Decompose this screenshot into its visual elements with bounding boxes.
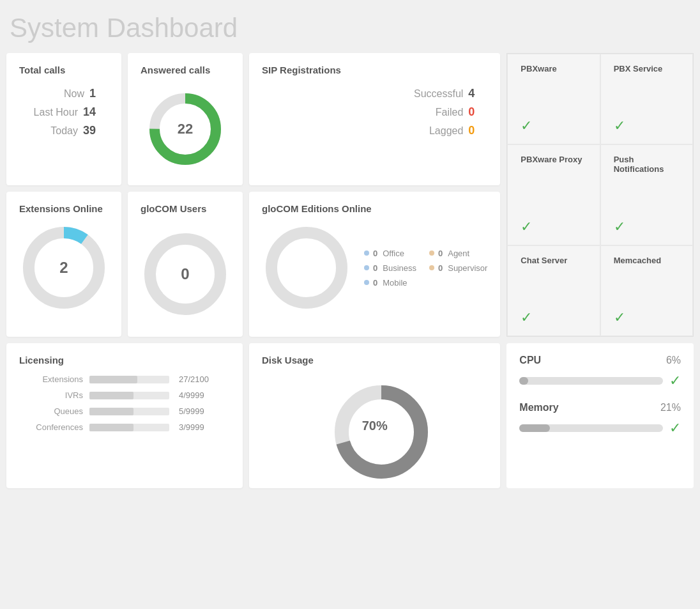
lic-conferences-bar — [89, 424, 169, 431]
glocom-editions-title: gloCOM Editions Online — [262, 203, 487, 214]
memory-header: Memory 21% — [519, 402, 681, 413]
glocom-users-chart: 0 — [141, 229, 230, 319]
lic-extensions-fill — [89, 376, 137, 383]
disk-donut: 70% — [330, 381, 420, 470]
sip-failed-label: Failed — [436, 107, 464, 118]
calls-lasthour-label: Last Hour — [34, 107, 78, 118]
edition-business-dot — [364, 265, 369, 270]
extensions-online-value: 2 — [59, 259, 68, 277]
lic-extensions-value: 27/2100 — [179, 374, 230, 384]
total-calls-card: Total calls Now 1 Last Hour 14 Today 39 — [6, 53, 121, 185]
calls-now-value: 1 — [89, 87, 96, 100]
calls-list: Now 1 Last Hour 14 Today 39 — [19, 84, 109, 140]
disk-usage-title: Disk Usage — [262, 355, 314, 366]
status-pbxware: PBXware ✓ — [507, 54, 600, 144]
edition-mobile-count: 0 — [373, 278, 377, 288]
disk-usage-chart: 70% — [330, 381, 420, 470]
status-memcached-label: Memcached — [614, 256, 661, 265]
sip-successful-row: Successful 4 — [262, 84, 487, 103]
memory-bar — [519, 424, 663, 432]
lic-ivrs-label: IVRs — [19, 390, 83, 400]
cpu-header: CPU 6% — [519, 355, 681, 366]
lic-extensions-row: Extensions 27/2100 — [19, 374, 230, 384]
extensions-online-title: Extensions Online — [19, 203, 109, 214]
edition-supervisor-dot — [429, 265, 434, 270]
licensing-table: Extensions 27/2100 IVRs 4/9999 Queues — [19, 374, 230, 432]
cpu-section: CPU 6% ✓ — [519, 355, 681, 389]
lic-queues-label: Queues — [19, 406, 83, 416]
edition-supervisor-label: Supervisor — [448, 263, 487, 273]
licensing-title: Licensing — [19, 355, 230, 366]
cpu-title: CPU — [519, 355, 541, 366]
status-pbx-service-label: PBX Service — [614, 64, 663, 73]
sip-list: Successful 4 Failed 0 Lagged 0 — [262, 84, 487, 140]
memory-check-icon: ✓ — [669, 420, 681, 436]
edition-mobile-label: Mobile — [383, 278, 407, 288]
extensions-online-card: Extensions Online 2 — [6, 192, 121, 337]
lic-ivrs-value: 4/9999 — [179, 390, 230, 400]
answered-calls-chart: 22 — [147, 91, 224, 167]
status-push-notifications-check: ✓ — [614, 219, 625, 235]
memory-section: Memory 21% ✓ — [519, 402, 681, 436]
status-pbxware-proxy: PBXware Proxy ✓ — [507, 144, 600, 245]
edition-agent-count: 0 — [438, 249, 443, 258]
status-pbx-service-check: ✓ — [614, 118, 625, 134]
status-grid: PBXware ✓ PBX Service ✓ PBXware Proxy ✓ … — [506, 53, 694, 337]
cpu-bar-fill — [519, 377, 528, 385]
sip-successful-value: 4 — [468, 87, 475, 100]
glocom-editions-card: gloCOM Editions Online 0 Office — [249, 192, 500, 337]
memory-bar-wrapper: ✓ — [519, 420, 681, 436]
status-chat-server-check: ✓ — [521, 309, 532, 326]
calls-now-label: Now — [64, 88, 84, 100]
page-title: System Dashboard — [10, 13, 694, 43]
glocom-users-donut: 0 — [141, 229, 230, 319]
answered-calls-title: Answered calls — [141, 65, 210, 75]
status-memcached-check: ✓ — [614, 309, 625, 326]
lic-extensions-bar — [89, 376, 169, 383]
sip-registrations-card: SIP Registrations Successful 4 Failed 0 … — [249, 53, 500, 185]
status-chat-server: Chat Server ✓ — [507, 245, 600, 336]
calls-today-row: Today 39 — [19, 121, 109, 140]
status-push-notifications-label: Push Notifications — [614, 155, 680, 174]
lic-queues-fill — [89, 408, 133, 415]
edition-office-label: Office — [383, 249, 404, 258]
svg-point-5 — [271, 233, 342, 303]
edition-agent-label: Agent — [448, 249, 469, 258]
lic-conferences-label: Conferences — [19, 422, 83, 432]
memory-title: Memory — [519, 402, 558, 413]
cpu-bar — [519, 377, 663, 385]
cpu-value: 6% — [666, 355, 681, 366]
edition-agent-dot — [429, 251, 434, 256]
glocom-users-value: 0 — [181, 265, 189, 283]
sip-lagged-value: 0 — [468, 124, 475, 137]
edition-office-dot — [364, 251, 369, 256]
edition-agent: 0 Agent — [429, 249, 487, 258]
lic-conferences-fill — [89, 424, 133, 431]
sip-lagged-row: Lagged 0 — [262, 121, 487, 140]
lic-conferences-value: 3/9999 — [179, 422, 230, 432]
edition-office-count: 0 — [373, 249, 377, 258]
answered-calls-card: Answered calls 22 — [128, 53, 243, 185]
status-pbx-service: PBX Service ✓ — [600, 54, 693, 144]
licensing-card: Licensing Extensions 27/2100 IVRs 4/9999 — [6, 343, 243, 488]
editions-legend: 0 Office 0 Agent 0 Business — [364, 249, 487, 288]
editions-content: 0 Office 0 Agent 0 Business — [262, 223, 487, 312]
cpu-check-icon: ✓ — [669, 373, 681, 389]
cpu-memory-card: CPU 6% ✓ Memory 21% — [506, 343, 694, 488]
sip-failed-value: 0 — [468, 105, 475, 119]
calls-now-row: Now 1 — [19, 84, 109, 103]
status-pbxware-check: ✓ — [521, 118, 532, 134]
sip-title: SIP Registrations — [262, 65, 487, 75]
answered-calls-value: 22 — [178, 121, 193, 137]
cpu-bar-wrapper: ✓ — [519, 373, 681, 389]
lic-conferences-row: Conferences 3/9999 — [19, 422, 230, 432]
edition-business-label: Business — [383, 263, 416, 273]
edition-business: 0 Business — [364, 263, 416, 273]
sip-successful-label: Successful — [414, 88, 463, 100]
edition-mobile-dot — [364, 280, 369, 285]
total-calls-title: Total calls — [19, 65, 109, 75]
lic-queues-value: 5/9999 — [179, 406, 230, 416]
status-push-notifications: Push Notifications ✓ — [600, 144, 693, 245]
lic-ivrs-fill — [89, 392, 133, 399]
lic-ivrs-row: IVRs 4/9999 — [19, 390, 230, 400]
